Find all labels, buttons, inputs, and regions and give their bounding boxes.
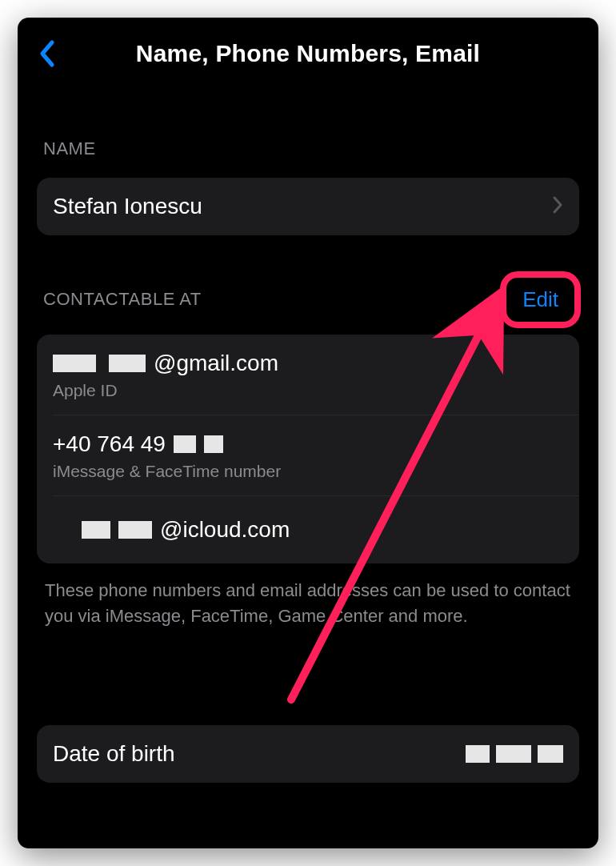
name-row[interactable]: Stefan Ionescu	[37, 178, 579, 235]
contact-item-email-gmail[interactable]: @gmail.com Apple ID	[37, 335, 579, 415]
redacted-text	[53, 355, 96, 372]
back-button[interactable]	[27, 34, 66, 73]
contactable-card: @gmail.com Apple ID +40 764 49 iMessage …	[37, 335, 579, 563]
redacted-text	[538, 745, 563, 763]
contact-value-suffix: @icloud.com	[160, 517, 290, 543]
redacted-text	[204, 435, 223, 453]
chevron-left-icon	[38, 39, 55, 68]
name-value: Stefan Ionescu	[53, 194, 202, 219]
section-header-name: NAME	[18, 128, 598, 170]
redacted-text	[496, 745, 531, 763]
chevron-right-icon	[552, 195, 563, 218]
dob-label: Date of birth	[53, 741, 175, 767]
page-title: Name, Phone Numbers, Email	[18, 40, 598, 67]
dob-value-redacted	[466, 745, 563, 763]
settings-screen: Name, Phone Numbers, Email NAME Stefan I…	[18, 18, 598, 848]
edit-button-label: Edit	[522, 287, 558, 311]
redacted-text	[109, 355, 146, 372]
contact-subtitle: iMessage & FaceTime number	[53, 462, 563, 481]
edit-button[interactable]: Edit	[508, 283, 573, 317]
redacted-text	[82, 521, 110, 539]
contact-subtitle: Apple ID	[53, 381, 563, 400]
section-header-contactable: CONTACTABLE AT Edit	[18, 279, 598, 320]
redacted-text	[174, 435, 196, 453]
header: Name, Phone Numbers, Email	[18, 18, 598, 90]
section-label-contactable: CONTACTABLE AT	[43, 289, 202, 310]
dob-row[interactable]: Date of birth	[37, 725, 579, 783]
section-footer-contactable: These phone numbers and email addresses …	[18, 563, 598, 629]
contact-value-suffix: @gmail.com	[154, 351, 278, 376]
name-card: Stefan Ionescu	[37, 178, 579, 235]
contact-item-phone[interactable]: +40 764 49 iMessage & FaceTime number	[37, 415, 579, 495]
redacted-text	[118, 521, 152, 539]
section-label-name: NAME	[43, 138, 96, 159]
contact-value-prefix: +40 764 49	[53, 431, 166, 457]
redacted-text	[466, 745, 490, 763]
dob-card: Date of birth	[37, 725, 579, 783]
contact-item-email-icloud[interactable]: @icloud.com	[37, 496, 579, 563]
